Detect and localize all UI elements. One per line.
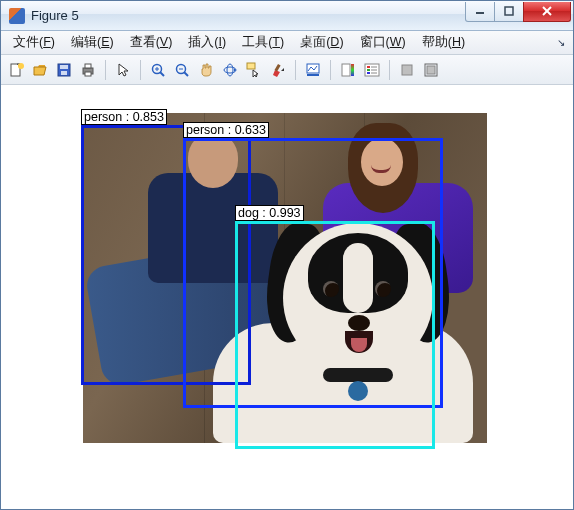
- pan-button[interactable]: [195, 59, 217, 81]
- hide-plot-tools-button[interactable]: [396, 59, 418, 81]
- edit-plot-button[interactable]: [112, 59, 134, 81]
- insert-legend-button[interactable]: [361, 59, 383, 81]
- menu-desktop[interactable]: 桌面(D): [292, 32, 351, 53]
- titlebar: Figure 5: [1, 1, 573, 31]
- toolbar-separator: [295, 60, 296, 80]
- svg-rect-37: [402, 65, 412, 75]
- svg-marker-25: [281, 68, 284, 71]
- axes-image: person : 0.853 person : 0.633 dog : 0.99…: [83, 113, 487, 443]
- menubar: 文件(F) 编辑(E) 查看(V) 插入(I) 工具(T) 桌面(D) 窗口(W…: [1, 31, 573, 55]
- svg-line-18: [184, 72, 188, 76]
- detection-label-person2: person : 0.633: [183, 122, 269, 138]
- brush-button[interactable]: [267, 59, 289, 81]
- toolbar-separator: [330, 60, 331, 80]
- save-icon: [56, 62, 72, 78]
- legend-icon: [364, 62, 380, 78]
- menu-edit[interactable]: 编辑(E): [63, 32, 122, 53]
- minimize-icon: [475, 6, 485, 16]
- zoom-out-button[interactable]: [171, 59, 193, 81]
- colorbar-icon: [340, 62, 356, 78]
- close-icon: [541, 5, 553, 17]
- hideplot-icon: [399, 62, 415, 78]
- figure-canvas[interactable]: person : 0.853 person : 0.633 dog : 0.99…: [1, 85, 573, 509]
- rotate-3d-button[interactable]: [219, 59, 241, 81]
- svg-rect-12: [85, 72, 91, 76]
- showplot-icon: [423, 62, 439, 78]
- svg-point-6: [18, 63, 24, 69]
- open-button[interactable]: [29, 59, 51, 81]
- svg-line-14: [160, 72, 164, 76]
- close-button[interactable]: [523, 2, 571, 22]
- detection-label-person1: person : 0.853: [81, 109, 167, 125]
- toolbar-separator: [105, 60, 106, 80]
- svg-rect-39: [427, 66, 435, 74]
- toolbar-separator: [140, 60, 141, 80]
- svg-rect-28: [342, 64, 350, 76]
- new-figure-button[interactable]: [5, 59, 27, 81]
- svg-rect-29: [351, 64, 354, 76]
- zoom-in-icon: [150, 62, 166, 78]
- link-button[interactable]: [302, 59, 324, 81]
- open-icon: [32, 62, 48, 78]
- show-plot-tools-button[interactable]: [420, 59, 442, 81]
- menu-insert[interactable]: 插入(I): [180, 32, 234, 53]
- menu-window[interactable]: 窗口(W): [352, 32, 414, 53]
- pointer-icon: [115, 62, 131, 78]
- svg-rect-9: [61, 71, 67, 75]
- data-cursor-icon: [246, 62, 262, 78]
- menu-help[interactable]: 帮助(H): [414, 32, 473, 53]
- minimize-button[interactable]: [465, 2, 495, 22]
- svg-rect-11: [85, 64, 91, 68]
- svg-rect-23: [247, 63, 255, 69]
- print-icon: [80, 62, 96, 78]
- new-icon: [8, 62, 24, 78]
- maximize-button[interactable]: [494, 2, 524, 22]
- svg-point-21: [227, 64, 233, 76]
- zoom-out-icon: [174, 62, 190, 78]
- svg-rect-24: [275, 64, 281, 72]
- menu-tools[interactable]: 工具(T): [234, 32, 292, 53]
- rotate-icon: [222, 62, 238, 78]
- toolbar: [1, 55, 573, 85]
- link-icon: [305, 62, 321, 78]
- menu-file[interactable]: 文件(F): [5, 32, 63, 53]
- detection-label-dog: dog : 0.993: [235, 205, 304, 221]
- insert-colorbar-button[interactable]: [337, 59, 359, 81]
- window-title: Figure 5: [31, 8, 79, 23]
- window-control-buttons: [466, 2, 571, 24]
- data-cursor-button[interactable]: [243, 59, 265, 81]
- save-button[interactable]: [53, 59, 75, 81]
- print-button[interactable]: [77, 59, 99, 81]
- zoom-in-button[interactable]: [147, 59, 169, 81]
- pan-icon: [198, 62, 214, 78]
- maximize-icon: [504, 6, 514, 16]
- svg-rect-1: [505, 7, 513, 15]
- svg-rect-8: [60, 65, 68, 69]
- menu-view[interactable]: 查看(V): [122, 32, 181, 53]
- brush-icon: [270, 62, 286, 78]
- figure-window: Figure 5 文件(F) 编辑(E) 查看(V) 插入(I) 工具(T) 桌…: [0, 0, 574, 510]
- matlab-icon: [9, 8, 25, 24]
- menu-overflow-icon[interactable]: ↘: [553, 35, 569, 51]
- detection-box-dog: dog : 0.993: [235, 221, 435, 449]
- toolbar-separator: [389, 60, 390, 80]
